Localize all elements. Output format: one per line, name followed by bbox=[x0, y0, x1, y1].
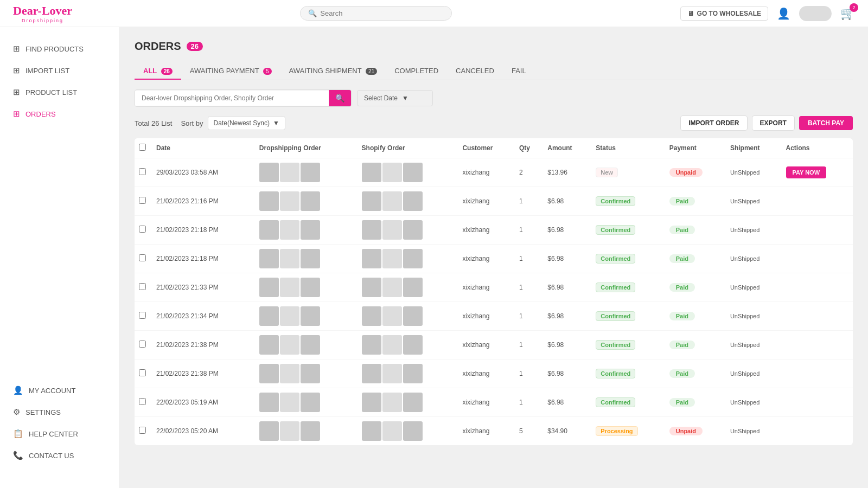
row-date: 21/02/2023 21:33 PM bbox=[152, 273, 255, 302]
order-search-box: 🔍 bbox=[135, 89, 352, 107]
row-payment: Paid bbox=[665, 388, 726, 417]
row-qty: 1 bbox=[515, 359, 543, 388]
wholesale-button[interactable]: 🖥 GO TO WHOLESALE bbox=[680, 7, 768, 21]
pay-now-button[interactable]: PAY NOW bbox=[786, 166, 827, 178]
row-amount: $34.90 bbox=[543, 417, 591, 446]
sidebar-item-contact-us[interactable]: 📞 CONTACT US bbox=[0, 445, 119, 466]
product-thumb-1 bbox=[259, 335, 279, 355]
orders-icon: ⊞ bbox=[13, 109, 20, 119]
order-search-button[interactable]: 🔍 bbox=[329, 90, 351, 106]
row-date: 29/03/2023 03:58 AM bbox=[152, 158, 255, 187]
user-icon[interactable]: 👤 bbox=[777, 7, 790, 20]
row-date: 21/02/2023 21:38 PM bbox=[152, 359, 255, 388]
row-checkbox[interactable] bbox=[139, 369, 146, 376]
product-thumb-2 bbox=[280, 278, 299, 297]
date-select[interactable]: Select Date ▼ bbox=[357, 90, 433, 106]
avatar-group bbox=[799, 6, 832, 21]
avatar-placeholder bbox=[799, 6, 832, 21]
row-customer: xixizhang bbox=[458, 245, 515, 273]
row-customer: xixizhang bbox=[458, 273, 515, 302]
import-list-icon: ⊞ bbox=[13, 66, 20, 75]
tab-awaiting-payment-badge: 5 bbox=[263, 68, 272, 75]
row-actions bbox=[782, 187, 853, 216]
import-order-button[interactable]: IMPORT ORDER bbox=[680, 115, 747, 131]
row-checkbox[interactable] bbox=[139, 226, 146, 233]
product-thumb-2 bbox=[280, 220, 299, 240]
sidebar-item-find-products[interactable]: ⊞ FIND PRODUCTS bbox=[0, 38, 119, 60]
table-row: 21/02/2023 21:34 PM xixizhang 1 $6.98 Co… bbox=[135, 302, 853, 331]
row-date: 21/02/2023 21:38 PM bbox=[152, 331, 255, 359]
row-checkbox-cell bbox=[135, 158, 152, 187]
sidebar-top: ⊞ FIND PRODUCTS ⊞ IMPORT LIST ⊞ PRODUCT … bbox=[0, 38, 119, 125]
row-checkbox[interactable] bbox=[139, 254, 146, 261]
row-checkbox[interactable] bbox=[139, 312, 146, 319]
product-thumb-3 bbox=[301, 163, 320, 182]
tab-canceled[interactable]: CANCELED bbox=[447, 62, 503, 79]
row-qty: 1 bbox=[515, 273, 543, 302]
row-amount: $6.98 bbox=[543, 302, 591, 331]
row-qty: 1 bbox=[515, 331, 543, 359]
find-products-icon: ⊞ bbox=[13, 44, 20, 54]
table-row: 22/02/2023 05:19 AM xixizhang 1 $6.98 Co… bbox=[135, 388, 853, 417]
order-search-input[interactable] bbox=[135, 91, 329, 106]
row-date: 21/02/2023 21:18 PM bbox=[152, 216, 255, 245]
product-thumb-1 bbox=[259, 249, 279, 268]
shopify-thumb-2 bbox=[382, 249, 402, 268]
row-checkbox[interactable] bbox=[139, 197, 146, 204]
sidebar-item-product-list[interactable]: ⊞ PRODUCT LIST bbox=[0, 81, 119, 103]
cart-count: 2 bbox=[850, 3, 858, 12]
search-input[interactable] bbox=[320, 9, 444, 17]
product-thumb-3 bbox=[301, 335, 320, 355]
sidebar-item-import-list[interactable]: ⊞ IMPORT LIST bbox=[0, 60, 119, 81]
row-checkbox[interactable] bbox=[139, 398, 146, 405]
status-badge: Processing bbox=[596, 426, 637, 436]
tab-all[interactable]: ALL 26 bbox=[135, 62, 181, 79]
row-checkbox[interactable] bbox=[139, 341, 146, 348]
tab-completed[interactable]: COMPLETED bbox=[386, 62, 447, 79]
my-account-icon: 👤 bbox=[13, 386, 23, 395]
row-qty: 5 bbox=[515, 417, 543, 446]
sidebar: ⊞ FIND PRODUCTS ⊞ IMPORT LIST ⊞ PRODUCT … bbox=[0, 27, 119, 488]
sidebar-item-orders[interactable]: ⊞ ORDERS bbox=[0, 103, 119, 125]
shopify-thumb-2 bbox=[382, 220, 402, 240]
row-status: Confirmed bbox=[591, 273, 665, 302]
row-payment: Unpaid bbox=[665, 158, 726, 187]
tab-awaiting-payment[interactable]: AWAITING PAYMENT 5 bbox=[181, 62, 280, 79]
row-checkbox[interactable] bbox=[139, 168, 146, 175]
row-shopify-order bbox=[358, 216, 458, 245]
row-shipment: UnShipped bbox=[726, 216, 782, 245]
action-buttons: IMPORT ORDER EXPORT BATCH PAY bbox=[680, 115, 853, 131]
table-row: 21/02/2023 21:16 PM xixizhang 1 $6.98 Co… bbox=[135, 187, 853, 216]
sidebar-item-help-center[interactable]: 📋 HELP CENTER bbox=[0, 423, 119, 445]
row-shopify-order bbox=[358, 187, 458, 216]
tab-awaiting-shipment[interactable]: AWAITING SHIPMENT 21 bbox=[280, 62, 386, 79]
product-thumb-2 bbox=[280, 191, 299, 211]
row-shopify-order bbox=[358, 417, 458, 446]
row-qty: 1 bbox=[515, 216, 543, 245]
row-shopify-order bbox=[358, 359, 458, 388]
total-info: Total 26 List bbox=[135, 119, 172, 127]
sidebar-item-settings[interactable]: ⚙ SETTINGS bbox=[0, 401, 119, 423]
row-qty: 1 bbox=[515, 245, 543, 273]
row-checkbox[interactable] bbox=[139, 283, 146, 290]
sort-section: Sort by Date(Newest Sync) ▼ bbox=[181, 116, 285, 130]
select-all-checkbox[interactable] bbox=[139, 144, 146, 151]
row-amount: $6.98 bbox=[543, 388, 591, 417]
col-amount: Amount bbox=[543, 138, 591, 158]
table-row: 22/02/2023 05:20 AM xixizhang 5 $34.90 P… bbox=[135, 417, 853, 446]
product-thumb-1 bbox=[259, 393, 279, 412]
help-center-icon: 📋 bbox=[13, 429, 23, 439]
row-shopify-order bbox=[358, 273, 458, 302]
tab-fail[interactable]: FAIL bbox=[503, 62, 535, 79]
row-checkbox[interactable] bbox=[139, 427, 146, 434]
sort-select[interactable]: Date(Newest Sync) ▼ bbox=[208, 116, 285, 130]
export-button[interactable]: EXPORT bbox=[752, 115, 795, 131]
row-status: Confirmed bbox=[591, 331, 665, 359]
row-shipment: UnShipped bbox=[726, 417, 782, 446]
batch-pay-button[interactable]: BATCH PAY bbox=[799, 116, 853, 130]
sidebar-item-my-account[interactable]: 👤 MY ACCOUNT bbox=[0, 380, 119, 401]
cart-button[interactable]: 🛒 2 bbox=[840, 7, 855, 21]
shopify-thumb-2 bbox=[382, 306, 402, 326]
row-date: 21/02/2023 21:34 PM bbox=[152, 302, 255, 331]
product-thumb-1 bbox=[259, 421, 279, 441]
